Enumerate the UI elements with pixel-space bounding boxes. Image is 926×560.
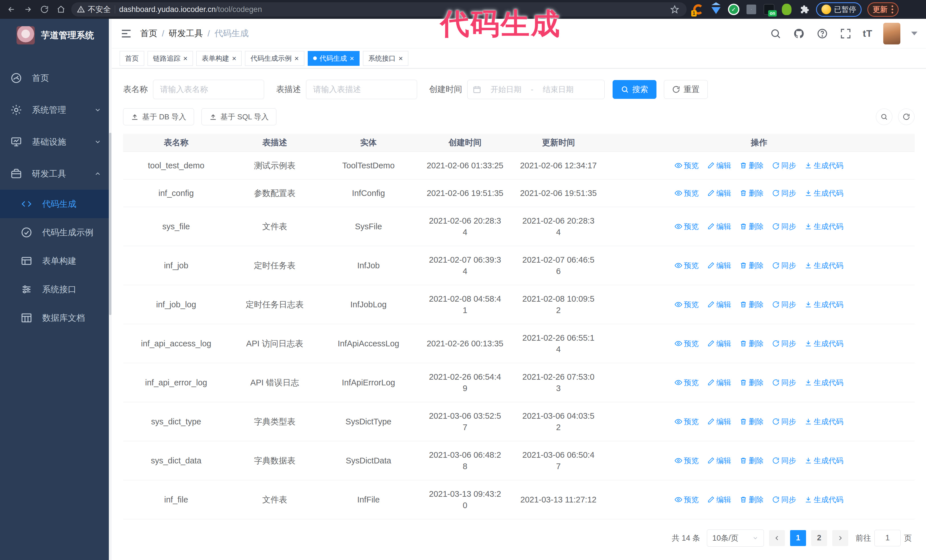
sidebar-item-codegen[interactable]: 代码生成: [0, 190, 112, 218]
generate-code-link[interactable]: 生成代码: [805, 416, 843, 427]
home-icon[interactable]: [55, 3, 67, 16]
sync-link[interactable]: 同步: [772, 494, 796, 505]
reset-button[interactable]: 重置: [664, 80, 708, 99]
generate-code-link[interactable]: 生成代码: [805, 260, 843, 271]
extension-green-icon[interactable]: [781, 3, 793, 15]
delete-link[interactable]: 删除: [740, 221, 764, 232]
preview-link[interactable]: 预览: [675, 160, 699, 171]
font-size-icon[interactable]: tT: [863, 28, 872, 39]
edit-link[interactable]: 编辑: [707, 416, 731, 427]
sidebar-scrollbar[interactable]: [109, 19, 112, 560]
table-name-input[interactable]: [153, 80, 264, 99]
generate-code-link[interactable]: 生成代码: [805, 221, 843, 232]
generate-code-link[interactable]: 生成代码: [805, 455, 843, 466]
close-icon[interactable]: ×: [399, 55, 403, 62]
sync-link[interactable]: 同步: [772, 160, 796, 171]
help-icon[interactable]: [816, 27, 829, 40]
tab-codegen-demo[interactable]: 代码生成示例×: [245, 51, 304, 66]
forward-icon[interactable]: [22, 3, 34, 16]
hamburger-icon[interactable]: [120, 27, 133, 40]
edit-link[interactable]: 编辑: [707, 494, 731, 505]
close-icon[interactable]: ×: [232, 55, 236, 62]
sync-link[interactable]: 同步: [772, 299, 796, 310]
sync-link[interactable]: 同步: [772, 338, 796, 349]
delete-link[interactable]: 删除: [740, 260, 764, 271]
tab-form-builder[interactable]: 表单构建×: [196, 51, 242, 66]
edit-link[interactable]: 编辑: [707, 187, 731, 199]
edit-link[interactable]: 编辑: [707, 455, 731, 466]
search-button[interactable]: 搜索: [613, 80, 657, 99]
end-date-input[interactable]: [537, 85, 580, 94]
sync-link[interactable]: 同步: [772, 455, 796, 466]
sidebar-item-db-doc[interactable]: 数据库文档: [0, 303, 112, 332]
kebab-menu-icon[interactable]: [891, 5, 893, 14]
sidebar-item-system[interactable]: 系统管理: [0, 94, 112, 126]
preview-link[interactable]: 预览: [675, 187, 699, 199]
sync-link[interactable]: 同步: [772, 260, 796, 271]
sync-link[interactable]: 同步: [772, 416, 796, 427]
extensions-puzzle-icon[interactable]: [798, 3, 810, 15]
date-range-picker[interactable]: -: [467, 80, 605, 99]
preview-link[interactable]: 预览: [675, 416, 699, 427]
extension-check-icon[interactable]: ✓: [728, 3, 740, 15]
fullscreen-icon[interactable]: [840, 27, 852, 40]
sync-link[interactable]: 同步: [772, 187, 796, 199]
preview-link[interactable]: 预览: [675, 494, 699, 505]
sidebar-scrollbar-thumb[interactable]: [109, 133, 111, 315]
delete-link[interactable]: 删除: [740, 455, 764, 466]
table-desc-input[interactable]: [306, 80, 417, 99]
generate-code-link[interactable]: 生成代码: [805, 377, 843, 388]
preview-link[interactable]: 预览: [675, 455, 699, 466]
start-date-input[interactable]: [485, 85, 527, 94]
back-icon[interactable]: [5, 3, 18, 16]
generate-code-link[interactable]: 生成代码: [805, 338, 843, 349]
toggle-search-button[interactable]: [876, 109, 893, 125]
search-icon[interactable]: [769, 27, 782, 40]
github-icon[interactable]: [793, 27, 805, 40]
sync-link[interactable]: 同步: [772, 221, 796, 232]
sidebar-item-infra[interactable]: 基础设施: [0, 126, 112, 158]
breadcrumb-home[interactable]: 首页: [140, 28, 157, 39]
generate-code-link[interactable]: 生成代码: [805, 494, 843, 505]
preview-link[interactable]: 预览: [675, 260, 699, 271]
tab-tracing[interactable]: 链路追踪×: [148, 51, 193, 66]
generate-code-link[interactable]: 生成代码: [805, 299, 843, 310]
extension-dark-icon[interactable]: on: [763, 3, 775, 15]
security-indicator[interactable]: 不安全: [77, 4, 111, 15]
sidebar-item-form-builder[interactable]: 表单构建: [0, 247, 112, 275]
tab-codegen[interactable]: 代码生成×: [308, 51, 360, 66]
close-icon[interactable]: ×: [294, 55, 299, 62]
edit-link[interactable]: 编辑: [707, 377, 731, 388]
extension-orange-icon[interactable]: 1: [692, 3, 704, 15]
tab-home[interactable]: 首页: [120, 51, 144, 66]
generate-code-link[interactable]: 生成代码: [805, 187, 843, 199]
refresh-table-button[interactable]: [898, 109, 915, 125]
delete-link[interactable]: 删除: [740, 160, 764, 171]
edit-link[interactable]: 编辑: [707, 338, 731, 349]
edit-link[interactable]: 编辑: [707, 299, 731, 310]
sidebar-logo-row[interactable]: 芋道管理系统: [0, 19, 112, 52]
delete-link[interactable]: 删除: [740, 377, 764, 388]
generate-code-link[interactable]: 生成代码: [805, 160, 843, 171]
profile-paused-chip[interactable]: 已暂停: [816, 2, 862, 17]
extension-gem-icon[interactable]: [710, 3, 722, 15]
bookmark-star-icon[interactable]: [669, 3, 681, 16]
import-db-button[interactable]: 基于 DB 导入: [123, 108, 194, 125]
close-icon[interactable]: ×: [183, 55, 188, 62]
page-2-button[interactable]: 2: [811, 530, 827, 546]
sidebar-item-home[interactable]: 首页: [0, 62, 112, 94]
delete-link[interactable]: 删除: [740, 494, 764, 505]
tab-system-api[interactable]: 系统接口×: [363, 51, 408, 66]
close-icon[interactable]: ×: [350, 55, 354, 62]
edit-link[interactable]: 编辑: [707, 260, 731, 271]
sidebar-item-codegen-demo[interactable]: 代码生成示例: [0, 218, 112, 247]
delete-link[interactable]: 删除: [740, 299, 764, 310]
next-page-button[interactable]: [832, 530, 848, 546]
sidebar-item-devtools[interactable]: 研发工具: [0, 158, 112, 190]
reload-icon[interactable]: [38, 3, 51, 16]
delete-link[interactable]: 删除: [740, 338, 764, 349]
avatar-caret-icon[interactable]: [911, 32, 917, 35]
prev-page-button[interactable]: [769, 530, 785, 546]
preview-link[interactable]: 预览: [675, 299, 699, 310]
edit-link[interactable]: 编辑: [707, 221, 731, 232]
